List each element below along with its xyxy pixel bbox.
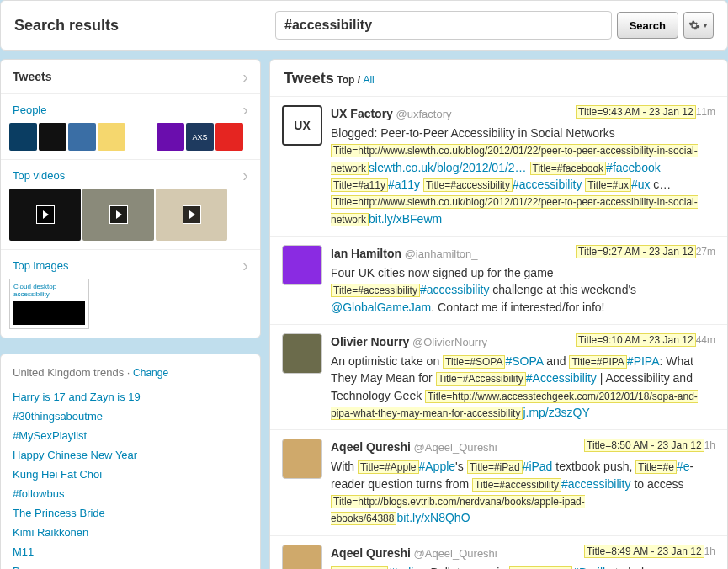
tweet-link[interactable]: #iPad [523,460,553,473]
sidebar-videos-row[interactable]: Top videos › [1,159,260,187]
tweet-link[interactable]: #accessibility [513,178,582,191]
tweet[interactable]: Title=9:27 AM - 23 Jan 1227mIan Hamilton… [270,237,727,325]
people-thumb[interactable] [9,123,37,151]
avatar[interactable] [282,245,322,285]
tweet-timestamp[interactable]: Title=9:27 AM - 23 Jan 1227m [576,245,715,259]
filter-all[interactable]: All [363,74,374,86]
trend-item[interactable]: Dragon [13,561,248,569]
people-thumb[interactable]: AXS [186,123,214,151]
tweet-link[interactable]: j.mp/z3szQY [523,406,589,419]
sidebar-tweets-header[interactable]: Tweets › [1,60,260,94]
avatar[interactable] [282,439,322,479]
search-button[interactable]: Search [617,12,678,39]
tweet[interactable]: Title=8:50 AM - 23 Jan 121hAqeel Qureshi… [270,430,727,535]
tweet-link[interactable]: slewth.co.uk/blog/2012/01/2… [369,161,527,174]
tweet-link[interactable]: #ux [631,178,651,191]
title-tooltip: Title=#Braille [509,566,572,569]
tweet-handle[interactable]: @Aqeel_Qureshi [411,441,497,454]
trend-item[interactable]: Kung Hei Fat Choi [13,465,248,484]
tweet-link[interactable]: #facebook [606,161,661,174]
sidebar-images-link[interactable]: Top images [13,259,68,272]
tweet-link[interactable]: #India [388,566,420,569]
tweet[interactable]: Title=9:10 AM - 23 Jan 1244mOlivier Nour… [270,325,727,430]
video-thumb[interactable] [9,189,81,241]
people-thumb[interactable] [157,123,184,151]
sidebar-videos-link[interactable]: Top videos [13,169,65,182]
tweet-author[interactable]: Olivier Nourry [331,335,409,348]
avatar[interactable] [282,545,322,569]
trend-item[interactable]: Kimi Raikkonen [13,523,248,542]
tweet[interactable]: UXTitle=9:43 AM - 23 Jan 1211mUX Factory… [270,97,727,237]
tweet-author[interactable]: Ian Hamilton [331,247,401,260]
image-thumb[interactable]: Cloud desktop accessibility [9,279,89,329]
tweet-link[interactable]: #accessibility [561,477,630,491]
tweet-link[interactable]: #e [677,460,690,473]
trend-item[interactable]: M11 [13,542,248,561]
title-tooltip: Title=#Apple [358,460,419,474]
video-thumb[interactable] [82,189,154,241]
title-tooltip: Title=#accessibility [331,284,420,297]
tweets-heading: Tweets [284,70,334,87]
people-thumb[interactable] [98,123,125,151]
title-tooltip: Title=#India [331,566,388,569]
video-thumbnails [1,187,260,249]
people-thumb[interactable] [39,123,66,151]
people-thumb[interactable] [68,123,96,151]
tweet-link[interactable]: #PIPA [627,354,660,368]
trend-item[interactable]: #30thingsaboutme [13,407,248,426]
title-tooltip: Title=#PIPA [569,355,626,369]
people-thumb[interactable] [215,123,243,151]
tweet-timestamp[interactable]: Title=9:10 AM - 23 Jan 1244m [576,333,715,348]
tweet-author[interactable]: Aqeel Qureshi [331,440,411,454]
image-thumb-caption: Cloud desktop accessibility [13,283,56,298]
tweet-link[interactable]: @GlobalGameJam [331,300,431,314]
tweet-timestamp[interactable]: Title=9:43 AM - 23 Jan 1211m [576,105,715,120]
people-thumbnails: AXS [1,121,260,159]
trends-list: Harry is 17 and Zayn is 19#30thingsabout… [13,387,248,569]
tweet-text: With Title=#Apple#Apple's Title=#iPad#iP… [331,458,715,527]
sidebar-images-row[interactable]: Top images › [1,249,260,277]
settings-button[interactable]: ▼ [683,12,714,39]
tweet-author[interactable]: Aqeel Qureshi [331,546,411,560]
tweet-text: Four UK cities now signed up for the gam… [331,264,715,316]
chevron-down-icon: ▼ [702,22,709,29]
tweet-link[interactable]: #Accessibility [526,371,597,385]
trend-item[interactable]: Happy Chinese New Year [13,445,248,465]
avatar[interactable] [282,333,322,374]
tweet[interactable]: Title=8:49 AM - 23 Jan 121hAqeel Qureshi… [270,536,727,569]
search-input[interactable] [275,11,612,40]
filter-top[interactable]: Top [337,74,354,86]
trend-item[interactable]: Harry is 17 and Zayn is 19 [13,387,248,407]
tweet-handle[interactable]: @Aqeel_Qureshi [411,547,497,560]
title-tooltip: Title=#SOPA [443,355,505,369]
trends-change-link[interactable]: Change [133,367,168,379]
sidebar-people-link[interactable]: People [13,104,46,116]
chevron-right-icon: › [242,101,248,118]
title-tooltip: Title=#e [635,460,677,474]
tweet-handle[interactable]: @OlivierNourry [409,336,487,348]
tweet-link[interactable]: #SOPA [505,354,543,368]
sidebar-people-row[interactable]: People › [1,94,260,121]
tweet-text: Title=#India#India - Ballot paper in Tit… [331,564,715,569]
title-tooltip: Title=#a11y [331,178,388,192]
trend-item[interactable]: #followbus [13,484,248,503]
tweet-author[interactable]: UX Factory [331,107,393,120]
tweet-timestamp[interactable]: Title=8:49 AM - 23 Jan 121h [584,545,715,559]
tweet-link[interactable]: #accessibility [420,283,489,296]
trend-item[interactable]: #MySexPlaylist [13,426,248,445]
tweet-link[interactable]: bit.ly/xBFewm [369,212,442,226]
avatar[interactable]: UX [282,105,322,146]
tweet-link[interactable]: bit.ly/xN8QhO [396,511,470,524]
people-thumb[interactable] [127,123,155,151]
video-thumb[interactable] [156,189,227,241]
search-box: Search ▼ [275,11,714,40]
trend-item[interactable]: The Princess Bride [13,503,248,523]
tweet-handle[interactable]: @ianhamilton_ [401,247,478,260]
tweet-link[interactable]: #Apple [419,460,456,473]
search-header: Search results Search ▼ [0,0,728,51]
chevron-right-icon: › [242,257,248,274]
tweet-timestamp[interactable]: Title=8:50 AM - 23 Jan 121h [584,439,715,453]
tweet-handle[interactable]: @uxfactory [393,108,452,120]
tweet-link[interactable]: #a11y [388,178,420,191]
tweet-link[interactable]: #Braille [572,566,612,569]
